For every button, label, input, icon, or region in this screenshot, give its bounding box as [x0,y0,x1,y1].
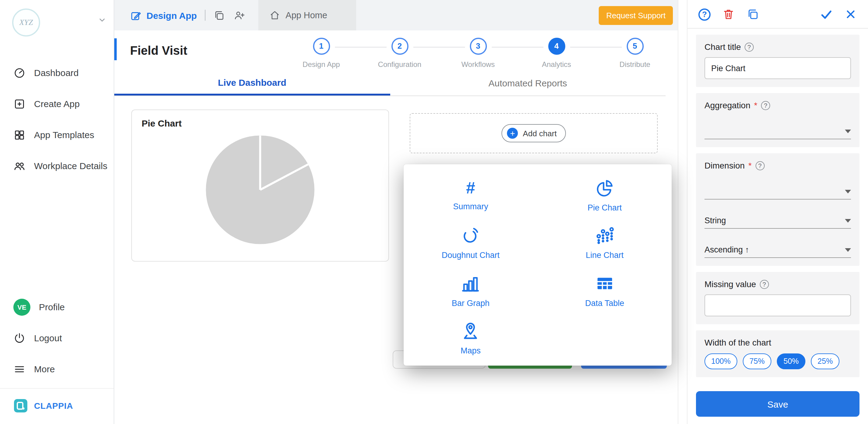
home-icon [269,10,280,21]
missing-value-section: Missing value ? [696,272,860,324]
sidebar-item-profile[interactable]: VE Profile [0,291,114,322]
chart-title-input[interactable] [705,57,851,79]
data-type-dropdown[interactable]: String [705,213,851,229]
dimension-dropdown[interactable] [705,184,851,200]
sidebar-item-logout[interactable]: Logout [0,322,114,354]
chart-width-label: Width of the chart [705,338,771,347]
sidebar-item-more[interactable]: More [0,354,114,385]
pie-chart-icon [595,178,615,198]
aggregation-section: Aggregation * ? [696,93,860,147]
bar-graph-icon [461,274,480,293]
width-option-100[interactable]: 100% [705,354,737,369]
more-menu-icon [13,363,26,375]
sort-order-value: Ascending ↑ [705,245,749,254]
aggregation-dropdown[interactable] [705,123,851,139]
request-support-button[interactable]: Request Support [599,6,673,25]
chevron-down-icon [845,129,851,133]
help-icon[interactable]: ? [755,161,764,170]
workplace-details-icon [13,160,26,172]
confirm-check-icon[interactable] [820,8,833,21]
step-circle[interactable]: 2 [391,37,408,54]
picker-item-label: Line Chart [586,251,624,260]
sidebar-item-workplace-details[interactable]: Workplace Details [0,150,114,181]
step-label: Design App [282,60,361,68]
data-table-icon [595,274,615,293]
clappia-brand: CLAPPIA [0,388,114,424]
logout-label: Logout [34,333,62,343]
data-type-value: String [705,216,726,225]
add-chart-button[interactable]: + Add chart [501,124,566,142]
design-app-menu[interactable]: Design App [130,9,197,21]
help-icon[interactable]: ? [699,8,711,20]
chart-config-panel: ? Chart title ? Aggregation * ? [687,0,868,424]
help-icon[interactable]: ? [745,42,754,51]
picker-item-bar-graph[interactable]: Bar Graph [404,267,538,314]
clappia-brand-text: CLAPPIA [34,401,73,411]
close-icon[interactable] [844,8,857,21]
step-analytics[interactable]: 4 Analytics [517,37,596,68]
step-design-app[interactable]: 1 Design App [282,37,361,68]
aggregation-label: Aggregation [705,101,750,110]
save-button[interactable]: Save [696,391,860,417]
picker-item-pie-chart[interactable]: Pie Chart [538,172,672,219]
missing-value-label: Missing value [705,279,756,289]
add-chart-dropzone: + Add chart [410,113,658,153]
help-icon[interactable]: ? [761,101,770,110]
picker-item-label: Maps [460,346,480,355]
doughnut-chart-icon [461,226,480,246]
page-title: Field Visit [130,44,187,57]
sort-order-dropdown[interactable]: Ascending ↑ [705,242,851,258]
panel-gap [678,0,687,424]
left-sidebar: XYZ Dashboard Create App App Templates W… [0,0,114,424]
add-user-icon[interactable] [234,9,245,21]
page-header: Field Visit 1 Design App 2 Configuration… [114,30,678,70]
step-circle[interactable]: 5 [626,37,643,54]
step-configuration[interactable]: 2 Configuration [361,37,439,68]
tab-app-home[interactable]: App Home [258,0,356,30]
sidebar-item-create-app[interactable]: Create App [0,88,114,119]
chart-width-section: Width of the chart 100% 75% 50% 25% [696,330,860,377]
pie-chart-card: Pie Chart [131,110,389,261]
pie-chart-card-title: Pie Chart [132,110,389,129]
tab-live-dashboard[interactable]: Live Dashboard [114,70,390,95]
step-circle[interactable]: 1 [313,37,330,54]
picker-item-data-table[interactable]: Data Table [538,267,672,314]
app-topbar: Design App App Home Request Support [114,0,678,30]
workspace-logo-row: XYZ [0,0,114,39]
sidebar-bottom: VE Profile Logout More CLAPPIA [0,291,114,424]
more-label: More [34,364,55,374]
edit-icon [130,9,142,21]
clappia-logo-icon [13,398,28,413]
picker-item-line-chart[interactable]: Line Chart [538,219,672,267]
help-icon[interactable]: ? [760,280,769,289]
width-option-50[interactable]: 50% [777,354,805,369]
sidebar-collapse-chevron-icon[interactable] [98,16,106,24]
step-circle[interactable]: 3 [470,37,487,54]
maps-icon [461,321,480,341]
delete-icon[interactable] [722,8,735,21]
duplicate-icon[interactable] [746,8,759,21]
picker-item-doughnut-chart[interactable]: Doughnut Chart [404,219,538,267]
sidebar-item-app-templates[interactable]: App Templates [0,119,114,150]
duplicate-app-icon[interactable] [213,9,225,21]
sidebar-item-dashboard[interactable]: Dashboard [0,57,114,88]
plus-icon: + [507,128,518,139]
step-workflows[interactable]: 3 Workflows [439,37,517,68]
sidebar-item-label: Dashboard [34,67,79,78]
picker-item-summary[interactable]: # Summary [404,172,538,219]
step-circle[interactable]: 4 [548,37,565,54]
picker-item-label: Data Table [585,299,624,308]
width-option-25[interactable]: 25% [811,354,839,369]
topbar-divider [205,10,206,21]
step-label: Configuration [361,60,439,68]
picker-item-maps[interactable]: Maps [404,314,538,362]
dashboard-content: Pie Chart + Add chart [114,96,678,424]
sidebar-nav: Dashboard Create App App Templates Workp… [0,57,114,181]
missing-value-input[interactable] [705,294,851,316]
chart-title-section: Chart title ? [696,35,860,87]
step-label: Analytics [517,60,596,68]
step-distribute[interactable]: 5 Distribute [596,37,674,68]
width-option-75[interactable]: 75% [743,354,771,369]
tab-automated-reports[interactable]: Automated Reports [390,70,665,95]
required-mark: * [754,101,757,110]
